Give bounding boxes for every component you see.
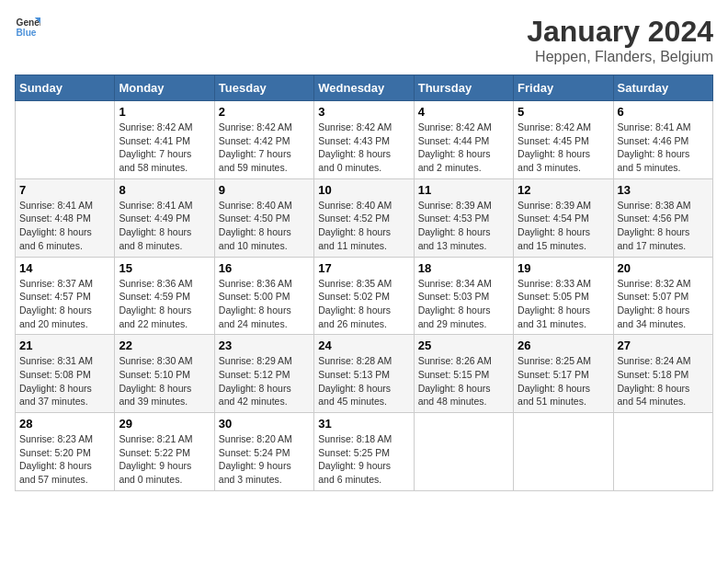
day-number: 21: [19, 339, 110, 352]
calendar-cell: 13Sunrise: 8:38 AM Sunset: 4:56 PM Dayli…: [613, 178, 712, 257]
day-detail: Sunrise: 8:42 AM Sunset: 4:42 PM Dayligh…: [219, 121, 310, 175]
day-number: 24: [318, 339, 409, 352]
calendar-subtitle: Heppen, Flanders, Belgium: [527, 49, 713, 65]
weekday-header-cell: Wednesday: [314, 75, 414, 101]
day-detail: Sunrise: 8:31 AM Sunset: 5:08 PM Dayligh…: [19, 354, 110, 408]
day-number: 1: [119, 105, 210, 119]
day-detail: Sunrise: 8:36 AM Sunset: 4:59 PM Dayligh…: [119, 277, 210, 331]
calendar-cell: 3Sunrise: 8:42 AM Sunset: 4:43 PM Daylig…: [314, 101, 414, 179]
day-number: 2: [219, 105, 310, 119]
day-number: 13: [618, 183, 709, 197]
calendar-cell: 25Sunrise: 8:26 AM Sunset: 5:15 PM Dayli…: [414, 335, 513, 413]
day-number: 15: [119, 261, 210, 275]
day-detail: Sunrise: 8:39 AM Sunset: 4:53 PM Dayligh…: [418, 199, 509, 253]
day-detail: Sunrise: 8:33 AM Sunset: 5:05 PM Dayligh…: [518, 277, 609, 331]
day-detail: Sunrise: 8:25 AM Sunset: 5:17 PM Dayligh…: [518, 354, 609, 408]
day-number: 7: [19, 183, 110, 197]
calendar-cell: 22Sunrise: 8:30 AM Sunset: 5:10 PM Dayli…: [115, 335, 214, 413]
day-number: 12: [518, 183, 609, 197]
day-number: 11: [418, 183, 509, 197]
weekday-header-cell: Saturday: [613, 75, 712, 101]
calendar-cell: 4Sunrise: 8:42 AM Sunset: 4:44 PM Daylig…: [414, 101, 513, 179]
day-detail: Sunrise: 8:23 AM Sunset: 5:20 PM Dayligh…: [19, 432, 110, 487]
day-detail: Sunrise: 8:36 AM Sunset: 5:00 PM Dayligh…: [219, 277, 310, 331]
calendar-cell: 18Sunrise: 8:34 AM Sunset: 5:03 PM Dayli…: [414, 257, 513, 335]
calendar-cell: 17Sunrise: 8:35 AM Sunset: 5:02 PM Dayli…: [314, 257, 414, 335]
calendar-cell: 26Sunrise: 8:25 AM Sunset: 5:17 PM Dayli…: [514, 335, 613, 413]
calendar-table: SundayMondayTuesdayWednesdayThursdayFrid…: [15, 75, 713, 491]
day-number: 8: [119, 183, 210, 197]
day-detail: Sunrise: 8:26 AM Sunset: 5:15 PM Dayligh…: [418, 354, 509, 408]
day-detail: Sunrise: 8:42 AM Sunset: 4:45 PM Dayligh…: [518, 121, 609, 175]
day-detail: Sunrise: 8:40 AM Sunset: 4:52 PM Dayligh…: [318, 199, 409, 253]
calendar-cell: 29Sunrise: 8:21 AM Sunset: 5:22 PM Dayli…: [115, 413, 214, 491]
calendar-cell: 12Sunrise: 8:39 AM Sunset: 4:54 PM Dayli…: [514, 178, 613, 257]
calendar-cell: 23Sunrise: 8:29 AM Sunset: 5:12 PM Dayli…: [214, 335, 313, 413]
page-header: General Blue January 2024 Heppen, Flande…: [15, 15, 713, 65]
day-detail: Sunrise: 8:18 AM Sunset: 5:25 PM Dayligh…: [318, 432, 409, 487]
day-detail: Sunrise: 8:42 AM Sunset: 4:43 PM Dayligh…: [318, 121, 409, 175]
calendar-week-row: 7Sunrise: 8:41 AM Sunset: 4:48 PM Daylig…: [16, 178, 713, 257]
calendar-cell: 9Sunrise: 8:40 AM Sunset: 4:50 PM Daylig…: [214, 178, 313, 257]
day-detail: Sunrise: 8:37 AM Sunset: 4:57 PM Dayligh…: [19, 277, 110, 331]
day-detail: Sunrise: 8:40 AM Sunset: 4:50 PM Dayligh…: [219, 199, 310, 253]
logo: General Blue: [15, 15, 40, 40]
title-area: January 2024 Heppen, Flanders, Belgium: [527, 15, 713, 65]
day-number: 29: [119, 417, 210, 431]
day-number: 9: [219, 183, 310, 197]
weekday-header-row: SundayMondayTuesdayWednesdayThursdayFrid…: [16, 75, 713, 101]
day-number: 17: [318, 261, 409, 275]
calendar-week-row: 14Sunrise: 8:37 AM Sunset: 4:57 PM Dayli…: [16, 257, 713, 335]
day-number: 18: [418, 261, 509, 275]
calendar-week-row: 21Sunrise: 8:31 AM Sunset: 5:08 PM Dayli…: [16, 335, 713, 413]
logo-icon: General Blue: [15, 15, 40, 40]
day-detail: Sunrise: 8:21 AM Sunset: 5:22 PM Dayligh…: [119, 432, 210, 487]
day-number: 23: [219, 339, 310, 352]
calendar-cell: 11Sunrise: 8:39 AM Sunset: 4:53 PM Dayli…: [414, 178, 513, 257]
calendar-cell: 28Sunrise: 8:23 AM Sunset: 5:20 PM Dayli…: [16, 413, 115, 491]
calendar-title: January 2024: [527, 15, 713, 49]
calendar-cell: 16Sunrise: 8:36 AM Sunset: 5:00 PM Dayli…: [214, 257, 313, 335]
day-number: 19: [518, 261, 609, 275]
calendar-cell: 27Sunrise: 8:24 AM Sunset: 5:18 PM Dayli…: [613, 335, 712, 413]
day-detail: Sunrise: 8:28 AM Sunset: 5:13 PM Dayligh…: [318, 354, 409, 408]
day-number: 22: [119, 339, 210, 352]
calendar-cell: 14Sunrise: 8:37 AM Sunset: 4:57 PM Dayli…: [16, 257, 115, 335]
day-detail: Sunrise: 8:38 AM Sunset: 4:56 PM Dayligh…: [618, 199, 709, 253]
day-number: 28: [19, 417, 110, 431]
weekday-header-cell: Sunday: [16, 75, 115, 101]
day-detail: Sunrise: 8:35 AM Sunset: 5:02 PM Dayligh…: [318, 277, 409, 331]
day-detail: Sunrise: 8:41 AM Sunset: 4:46 PM Dayligh…: [618, 121, 709, 175]
day-number: 3: [318, 105, 409, 119]
calendar-cell: [613, 413, 712, 491]
calendar-cell: [16, 101, 115, 179]
day-detail: Sunrise: 8:20 AM Sunset: 5:24 PM Dayligh…: [219, 432, 310, 487]
calendar-week-row: 28Sunrise: 8:23 AM Sunset: 5:20 PM Dayli…: [16, 413, 713, 491]
calendar-cell: 8Sunrise: 8:41 AM Sunset: 4:49 PM Daylig…: [115, 178, 214, 257]
weekday-header-cell: Thursday: [414, 75, 513, 101]
day-number: 4: [418, 105, 509, 119]
calendar-week-row: 1Sunrise: 8:42 AM Sunset: 4:41 PM Daylig…: [16, 101, 713, 179]
day-number: 27: [618, 339, 709, 352]
day-number: 10: [318, 183, 409, 197]
day-number: 5: [518, 105, 609, 119]
day-detail: Sunrise: 8:41 AM Sunset: 4:48 PM Dayligh…: [19, 199, 110, 253]
calendar-cell: 19Sunrise: 8:33 AM Sunset: 5:05 PM Dayli…: [514, 257, 613, 335]
day-detail: Sunrise: 8:42 AM Sunset: 4:44 PM Dayligh…: [418, 121, 509, 175]
svg-text:Blue: Blue: [17, 28, 37, 38]
day-number: 6: [618, 105, 709, 119]
calendar-cell: 30Sunrise: 8:20 AM Sunset: 5:24 PM Dayli…: [214, 413, 313, 491]
day-number: 14: [19, 261, 110, 275]
calendar-cell: 31Sunrise: 8:18 AM Sunset: 5:25 PM Dayli…: [314, 413, 414, 491]
calendar-cell: 6Sunrise: 8:41 AM Sunset: 4:46 PM Daylig…: [613, 101, 712, 179]
calendar-cell: [414, 413, 513, 491]
weekday-header-cell: Monday: [115, 75, 214, 101]
calendar-cell: 24Sunrise: 8:28 AM Sunset: 5:13 PM Dayli…: [314, 335, 414, 413]
calendar-cell: [514, 413, 613, 491]
day-detail: Sunrise: 8:32 AM Sunset: 5:07 PM Dayligh…: [618, 277, 709, 331]
day-detail: Sunrise: 8:24 AM Sunset: 5:18 PM Dayligh…: [618, 354, 709, 408]
day-number: 20: [618, 261, 709, 275]
day-number: 16: [219, 261, 310, 275]
day-detail: Sunrise: 8:34 AM Sunset: 5:03 PM Dayligh…: [418, 277, 509, 331]
weekday-header-cell: Tuesday: [214, 75, 313, 101]
